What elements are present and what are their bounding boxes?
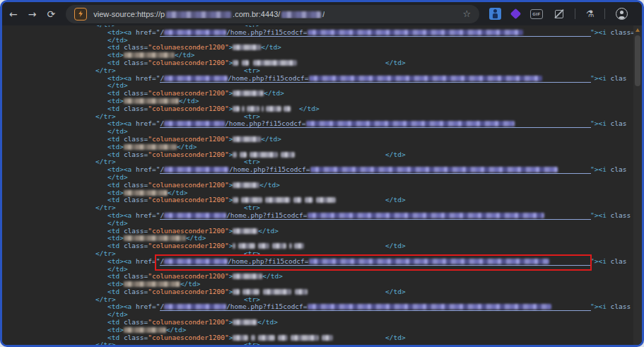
link-path: /home.php?fi15codcf= <box>226 211 307 219</box>
redacted-text <box>124 52 175 58</box>
url-redacted-domain <box>166 11 231 18</box>
extension-flask-icon[interactable]: ⚗ <box>586 8 595 19</box>
redacted-text <box>164 121 225 127</box>
scrollbar-up-arrow[interactable] <box>636 28 640 32</box>
redacted-text <box>250 152 278 158</box>
attr-value-colunaesconder: "colunaesconder1200" <box>148 196 228 204</box>
tag-tr-open: <tr> <box>244 112 260 120</box>
back-button[interactable]: ← <box>9 8 18 20</box>
profile-avatar-icon[interactable] <box>616 8 628 20</box>
link-underline <box>558 166 591 172</box>
tag-td-close: </td> <box>385 196 406 204</box>
url-mid: .com.br:4443/ <box>233 10 280 18</box>
source-token: =" <box>152 28 160 36</box>
tag-td-a-open: <td><a <box>107 302 136 310</box>
tag-td-close: </td> <box>299 105 320 112</box>
avatar-ring <box>616 8 628 20</box>
toolbar-divider <box>604 8 605 19</box>
source-token: "><i <box>590 165 607 173</box>
forward-button[interactable]: → <box>28 8 37 20</box>
link-path: /home.php?fi15codcf= <box>228 74 308 82</box>
tag-td-close: </td> <box>259 181 280 189</box>
extension-gif-icon[interactable]: GIF <box>530 9 543 19</box>
extension-person-icon[interactable] <box>489 8 501 20</box>
scrollbar[interactable] <box>633 25 642 345</box>
redacted-text <box>306 121 515 127</box>
url-redacted-path <box>281 11 321 18</box>
source-line: <td></td> <box>95 234 633 242</box>
url-suffix: / <box>322 10 324 18</box>
tag-td-a-open: <td><a <box>107 74 136 82</box>
redacted-text <box>305 197 313 203</box>
source-line: <td class="colunaesconder1200"></td> <box>95 288 633 295</box>
source-token: <td <box>107 196 124 204</box>
source-token: =" <box>152 74 160 82</box>
source-line: </tr><tr> <box>95 204 633 211</box>
tag-td-open: <td> <box>107 234 124 242</box>
url-text: view-source:https://p.com.br:4443// <box>93 10 324 18</box>
extension-diamond-icon[interactable] <box>512 10 520 18</box>
tag-td-close: </td> <box>177 143 197 151</box>
source-line: </td> <box>95 265 633 273</box>
reload-button[interactable]: ⟳ <box>47 8 55 20</box>
attr-href: href <box>136 28 152 36</box>
redacted-text <box>265 197 291 203</box>
source-token: =" <box>152 165 160 173</box>
redacted-text <box>247 106 259 112</box>
source-token: <td <box>107 43 124 51</box>
source-line: <td class="colunaesconder1200"></td> <box>95 151 633 158</box>
line-end-suffix: "><i clas <box>590 119 627 127</box>
address-bar[interactable]: view-source:https://p.com.br:4443// ☆ <box>66 5 479 23</box>
source-line: <td></td> <box>95 280 633 288</box>
tag-td-close: </td> <box>385 59 406 66</box>
redacted-text <box>308 30 523 35</box>
browser-window: ← → ⟳ view-source:https://p.com.br:4443/… <box>0 0 644 347</box>
redacted-text <box>278 335 288 341</box>
extensions-row: GIF ⚗ ⋮ <box>489 8 644 20</box>
tag-td-close: </td> <box>385 288 406 295</box>
redacted-text <box>233 197 238 203</box>
extension-disabled-icon[interactable] <box>554 8 564 19</box>
menu-dots-icon[interactable]: ⋮ <box>638 8 644 19</box>
attr-class: class <box>124 196 144 204</box>
source-line: <td class="colunaesconder1200"></td> <box>95 227 633 235</box>
redacted-text <box>124 144 177 150</box>
line-end-suffix: "><i clas <box>590 165 627 173</box>
redacted-text <box>233 274 262 279</box>
attr-value-colunaesconder: "colunaesconder1200" <box>148 151 228 158</box>
redacted-text <box>124 98 179 104</box>
source-line: <td><a href="//home.php?fi15codcf="><i c… <box>95 74 633 82</box>
tag-td-close: </td> <box>166 326 187 334</box>
tag-tr-close: </tr> <box>95 112 116 120</box>
source-line: <td><a href="//home.php?fi15codcf="><i c… <box>95 165 633 173</box>
redacted-text <box>233 90 264 96</box>
line-end-suffix: "><i clas <box>590 257 627 265</box>
source-token: class <box>607 302 631 310</box>
source-line: <td><a href="//home.php?fi15codcf="><i c… <box>95 119 633 127</box>
redacted-text <box>263 289 291 295</box>
source-line: <td></td> <box>95 51 633 59</box>
line-end-suffix: "><i class <box>590 302 631 310</box>
redacted-text <box>322 335 333 341</box>
browser-toolbar: ← → ⟳ view-source:https://p.com.br:4443/… <box>2 2 642 25</box>
source-line: <td><a href="//home.php?fi15codcf="><i c… <box>95 257 633 265</box>
source-line: <td class="colunaesconder1200"></td> <box>95 43 633 51</box>
redacted-text <box>253 60 297 66</box>
attr-value-colunaesconder: "colunaesconder1200" <box>148 135 228 143</box>
redacted-text <box>281 152 295 158</box>
redacted-text <box>238 243 255 249</box>
bookmark-star-icon[interactable]: ☆ <box>463 8 472 19</box>
tag-td-close: </td> <box>258 227 279 235</box>
source-line: </tr><tr> <box>95 341 633 345</box>
source-token: <td <box>107 181 124 189</box>
attr-class: class <box>124 272 144 280</box>
redacted-text <box>242 289 259 295</box>
source-token: <td <box>107 318 124 326</box>
source-line: </tr><tr> <box>95 112 633 120</box>
tag-td-close: </td> <box>107 265 128 273</box>
redacted-text <box>295 289 308 295</box>
tag-td-close: </td> <box>257 318 278 326</box>
scrollbar-thumb[interactable] <box>635 35 640 86</box>
redacted-text <box>233 106 240 112</box>
source-token: <td <box>107 334 124 341</box>
